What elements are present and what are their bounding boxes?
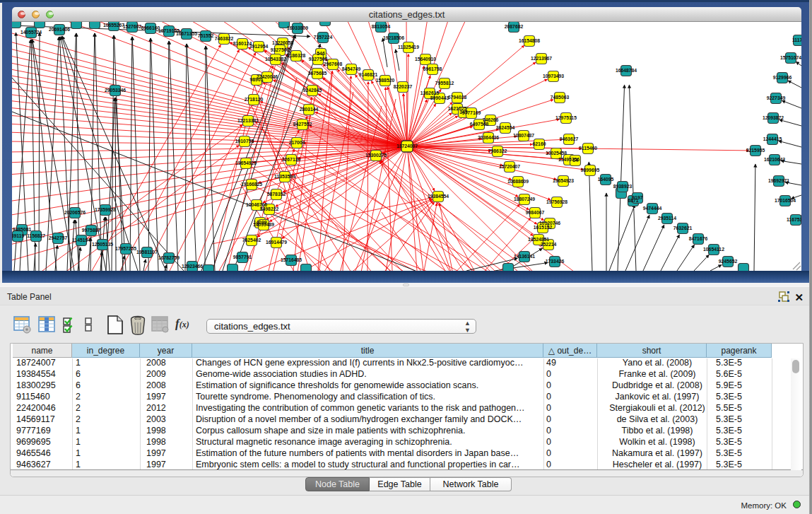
svg-text:8215955: 8215955: [746, 148, 765, 153]
svg-text:13226058: 13226058: [272, 40, 293, 45]
svg-text:16210643: 16210643: [764, 157, 785, 162]
svg-text:12975115: 12975115: [555, 115, 577, 120]
svg-text:8220237: 8220237: [394, 84, 413, 89]
svg-text:19756928: 19756928: [546, 199, 567, 204]
svg-text:1145194: 1145194: [72, 238, 90, 243]
svg-text:15300275: 15300275: [365, 153, 387, 158]
svg-text:1244415: 1244415: [763, 136, 782, 141]
svg-text:19166825: 19166825: [241, 182, 262, 187]
svg-text:7625402: 7625402: [242, 238, 261, 243]
svg-text:8990443: 8990443: [430, 95, 449, 100]
svg-text:20691406: 20691406: [49, 27, 70, 32]
svg-text:6794028: 6794028: [448, 95, 467, 100]
svg-text:16648784: 16648784: [616, 68, 637, 73]
svg-text:546: 546: [317, 51, 325, 56]
svg-text:10655267: 10655267: [103, 23, 124, 28]
svg-text:8427552: 8427552: [293, 122, 312, 127]
svg-text:15720407: 15720407: [499, 164, 520, 169]
svg-text:7463822: 7463822: [215, 36, 234, 41]
svg-text:2087682: 2087682: [505, 24, 524, 29]
svg-text:1527602: 1527602: [123, 24, 142, 29]
svg-text:19692971: 19692971: [768, 178, 789, 183]
svg-text:1588520: 1588520: [376, 78, 395, 83]
svg-text:8186328: 8186328: [287, 53, 306, 58]
svg-text:9463627: 9463627: [560, 136, 579, 141]
svg-text:9474444: 9474444: [643, 206, 662, 211]
svg-text:18724007: 18724007: [396, 144, 418, 148]
svg-text:8454749: 8454749: [342, 66, 361, 71]
svg-text:16671355: 16671355: [176, 31, 197, 36]
svg-text:20206576: 20206576: [64, 210, 86, 215]
svg-text:7485063: 7485063: [551, 95, 570, 100]
svg-text:3912954: 3912954: [249, 44, 269, 49]
svg-text:9129966: 9129966: [773, 75, 792, 80]
svg-text:39119: 39119: [12, 233, 24, 238]
svg-text:12213967: 12213967: [531, 56, 552, 61]
svg-text:29053346: 29053346: [105, 88, 126, 93]
svg-text:9242845: 9242845: [303, 88, 322, 93]
svg-text:6966160: 6966160: [141, 25, 160, 30]
svg-text:13524851: 13524851: [528, 237, 549, 242]
svg-text:9146821: 9146821: [359, 72, 378, 77]
svg-text:9857791: 9857791: [233, 255, 252, 259]
svg-text:14055724: 14055724: [20, 30, 42, 35]
svg-text:2718120: 2718120: [245, 97, 264, 102]
svg-text:17016504: 17016504: [775, 198, 796, 203]
svg-text:12505135: 12505135: [92, 242, 113, 247]
svg-text:16782759: 16782759: [158, 255, 180, 260]
svg-text:9485081: 9485081: [13, 227, 32, 232]
svg-text:10807487: 10807487: [513, 133, 534, 138]
svg-text:10973493: 10973493: [543, 74, 564, 78]
svg-text:6961758: 6961758: [423, 66, 442, 71]
svg-text:1362615: 1362615: [420, 90, 440, 95]
svg-text:5498222: 5498222: [260, 206, 279, 211]
svg-text:17359928: 17359928: [95, 207, 116, 212]
svg-text:19581107: 19581107: [136, 250, 158, 255]
svg-text:64: 64: [572, 158, 578, 163]
svg-text:12923466: 12923466: [182, 264, 203, 269]
svg-text:9777169: 9777169: [462, 110, 481, 115]
svg-text:1615152: 1615152: [534, 225, 553, 230]
svg-text:9227349: 9227349: [767, 95, 786, 100]
svg-text:14099489: 14099489: [253, 222, 274, 227]
svg-text:5878352: 5878352: [267, 192, 286, 197]
svg-text:9084067: 9084067: [526, 210, 545, 215]
svg-text:9115460: 9115460: [579, 146, 597, 151]
svg-text:9327508: 9327508: [309, 57, 328, 62]
svg-text:2935114: 2935114: [658, 216, 676, 221]
svg-text:2967608: 2967608: [324, 62, 343, 66]
svg-text:15716485: 15716485: [281, 257, 302, 262]
svg-text:164095: 164095: [598, 177, 614, 182]
svg-text:10543382: 10543382: [265, 57, 286, 62]
svg-text:16033809: 16033809: [287, 25, 308, 30]
svg-text:1733426: 1733426: [546, 259, 565, 264]
svg-text:7986322: 7986322: [488, 148, 507, 153]
svg-text:7632621: 7632621: [673, 226, 693, 230]
svg-text:2942757: 2942757: [49, 235, 68, 240]
svg-text:15640910: 15640910: [415, 57, 436, 62]
svg-text:10654112: 10654112: [703, 247, 724, 252]
svg-text:3675685: 3675685: [308, 71, 327, 76]
svg-text:12093872: 12093872: [763, 115, 784, 120]
svg-text:9899695: 9899695: [581, 168, 600, 173]
svg-text:1156827: 1156827: [27, 233, 45, 238]
svg-text:11172: 11172: [792, 37, 801, 42]
svg-text:11325419: 11325419: [398, 45, 419, 49]
svg-text:9197: 9197: [632, 195, 642, 200]
svg-text:19654923: 19654923: [553, 178, 574, 183]
svg-text:12213381: 12213381: [237, 118, 259, 123]
svg-text:19654925: 19654925: [235, 160, 257, 165]
svg-text:3624554: 3624554: [496, 125, 515, 130]
svg-text:19218506: 19218506: [383, 35, 404, 40]
svg-text:18807249: 18807249: [514, 197, 535, 201]
svg-text:11353594: 11353594: [274, 174, 295, 179]
svg-text:14136141: 14136141: [514, 254, 535, 259]
svg-text:3267130: 3267130: [282, 157, 301, 162]
svg-text:8938923: 8938923: [613, 184, 632, 189]
svg-text:98901: 98901: [250, 77, 264, 82]
svg-text:19384554: 19384554: [428, 194, 449, 199]
svg-text:10025458: 10025458: [546, 151, 567, 156]
svg-text:20364436: 20364436: [478, 135, 499, 140]
svg-text:751552: 751552: [198, 33, 214, 38]
svg-text:62160: 62160: [533, 141, 546, 146]
